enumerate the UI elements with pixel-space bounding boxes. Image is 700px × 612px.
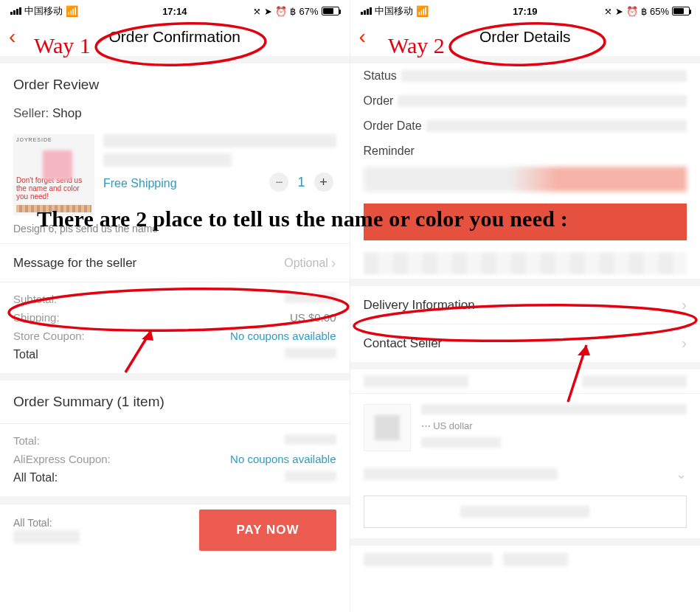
page-title: Order Details [479, 28, 571, 46]
redacted-footer [350, 546, 701, 574]
signal-icon [361, 7, 372, 15]
pay-bar: All Total: PAY NOW [0, 504, 350, 555]
ae-coupon-link[interactable]: No coupons available [230, 453, 336, 465]
reminder-label: Reminder [364, 145, 415, 158]
chevron-right-icon: › [682, 335, 687, 352]
redacted-text [364, 252, 687, 274]
battery-icon [672, 7, 690, 15]
page-title: Order Confirmation [108, 28, 240, 46]
seller-label: Seller: [13, 106, 49, 120]
battery-pct: 67% [299, 6, 318, 17]
price-summary: Subtotal: Shipping:US $0.00 Store Coupon… [0, 282, 350, 373]
highlighted-block [364, 204, 687, 240]
alarm-icon: ⏰ [626, 6, 638, 17]
qty-plus-button[interactable]: + [314, 173, 333, 192]
clock: 17:14 [162, 6, 187, 17]
nav-bar: ‹ Order Details [350, 19, 701, 56]
contact-seller-label: Contact Seller [364, 336, 443, 351]
phone-left: 中国移动 📶 17:14 ⤧ ➤ ⏰ ฿ 67% ‹ Order Confirm… [0, 0, 350, 612]
carrier-label: 中国移动 [375, 4, 413, 18]
currency-note: ⋯ US dollar [421, 420, 687, 431]
free-shipping-label: Free Shipping [103, 177, 177, 190]
message-seller-hint: Optional [284, 257, 328, 270]
product-thumbnail: JOYRESIDE Don't forget send us the name … [13, 134, 94, 215]
pay-now-button[interactable]: PAY NOW [199, 510, 336, 551]
redacted-text [13, 530, 80, 543]
wifi-icon: 📶 [66, 5, 78, 17]
order-label: Order [364, 94, 394, 108]
message-seller-label: Message for the seller [13, 256, 136, 271]
outline-button[interactable] [364, 495, 687, 528]
bluetooth-icon: ฿ [641, 6, 647, 17]
redacted-text [103, 134, 336, 147]
chevron-right-icon: › [682, 296, 687, 313]
clock: 17:19 [513, 6, 537, 17]
phone-right: 中国移动 📶 17:19 ⤧ ➤ ⏰ ฿ 65% ‹ Order Details… [350, 0, 701, 612]
status-bar: 中国移动 📶 17:19 ⤧ ➤ ⏰ ฿ 65% [350, 0, 701, 19]
seller-row: Seller: Shop [0, 106, 350, 130]
delivery-info-label: Delivery Information [364, 298, 475, 313]
product-row[interactable]: JOYRESIDE Don't forget send us the name … [0, 130, 350, 221]
store-coupon-link[interactable]: No coupons available [230, 330, 336, 342]
back-icon[interactable]: ‹ [9, 27, 15, 47]
status-label: Status [364, 69, 397, 83]
order-item-card[interactable]: ⋯ US dollar [350, 394, 701, 462]
rotation-lock-icon: ⤧ [253, 6, 261, 17]
back-icon[interactable]: ‹ [359, 27, 366, 47]
chevron-right-icon: › [331, 254, 336, 271]
battery-pct: 65% [650, 6, 669, 17]
order-review-heading: Order Review [0, 63, 350, 106]
order-date-label: Order Date [364, 119, 422, 133]
location-icon: ➤ [264, 6, 272, 17]
bluetooth-icon: ฿ [290, 6, 296, 17]
carrier-label: 中国移动 [24, 4, 63, 18]
dropdown-row[interactable]: ⌄ [350, 462, 701, 491]
contact-seller-row[interactable]: Contact Seller › [350, 324, 701, 362]
redacted-text [364, 167, 687, 192]
signal-icon [10, 7, 21, 15]
delivery-info-row[interactable]: Delivery Information › [350, 286, 701, 324]
qty-minus-button[interactable]: − [269, 173, 288, 192]
message-seller-row[interactable]: Message for the seller Optional › [0, 244, 350, 282]
all-total-label: All Total: [13, 517, 80, 529]
seller-name: Shop [52, 106, 82, 120]
battery-icon [322, 7, 339, 15]
status-bar: 中国移动 📶 17:14 ⤧ ➤ ⏰ ฿ 67% [0, 0, 350, 19]
location-icon: ➤ [615, 6, 623, 17]
alarm-icon: ⏰ [275, 6, 287, 17]
rotation-lock-icon: ⤧ [604, 6, 612, 17]
variant-note: Design 6, pls send us the name [0, 221, 350, 243]
qty-value: 1 [297, 175, 305, 190]
nav-bar: ‹ Order Confirmation [0, 19, 350, 56]
wifi-icon: 📶 [416, 5, 429, 17]
item-thumbnail [364, 404, 411, 451]
order-summary-heading: Order Summary (1 item) [0, 380, 350, 423]
chevron-down-icon: ⌄ [676, 466, 687, 482]
redacted-text [103, 153, 232, 167]
